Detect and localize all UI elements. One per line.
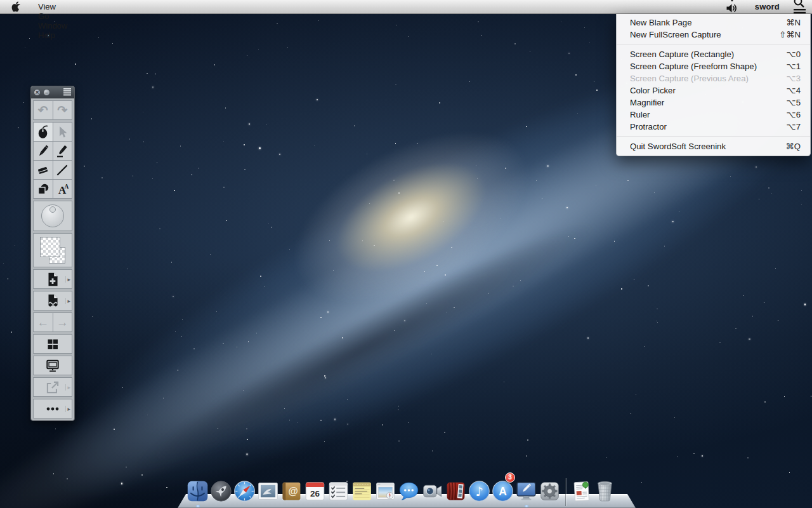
star: [247, 55, 247, 56]
star: [133, 175, 134, 177]
capture-page-tool-button[interactable]: ▸: [34, 291, 72, 310]
star: [527, 455, 528, 457]
volume-menu-extra-icon[interactable]: [720, 3, 747, 14]
capture-page-icon: [44, 293, 61, 309]
new-page-tool-button[interactable]: ▸: [34, 270, 72, 288]
dock-calendar-icon[interactable]: 26: [303, 474, 327, 504]
dock-itunes-icon[interactable]: ♪: [468, 474, 491, 504]
star: [444, 432, 445, 433]
text-tool-tool-button[interactable]: AA: [53, 180, 72, 198]
menu-item-ruler[interactable]: Ruler⌥6: [617, 109, 810, 121]
mouse-tool-tool-button[interactable]: [34, 123, 53, 141]
star: [15, 245, 15, 246]
dock-contacts-icon[interactable]: @: [280, 474, 303, 504]
page-prev-icon: ←: [37, 316, 49, 328]
menu-item-shortcut: ⌥1: [786, 62, 801, 71]
color-knob-tool-button[interactable]: [34, 201, 72, 231]
menu-bar: FinderFileEditViewGoWindowHelp sword: [0, 0, 812, 14]
dock-trash-icon[interactable]: [593, 474, 617, 504]
menu-view[interactable]: View: [31, 2, 74, 11]
dock-messages-icon[interactable]: [397, 474, 421, 504]
star: [25, 47, 25, 48]
more-ellipsis-flyout-arrow[interactable]: ▸: [65, 406, 70, 412]
dock-facetime-icon[interactable]: [421, 474, 444, 504]
menu-go[interactable]: Go: [31, 11, 74, 21]
tool-palette[interactable]: ✕– ↶↷AA▸▸←→▸▸: [30, 86, 75, 421]
menu-item-protractor[interactable]: Protractor⌥7: [617, 121, 810, 133]
dock-screenink-icon[interactable]: [514, 474, 538, 504]
menu-help[interactable]: Help: [31, 30, 74, 40]
star: [277, 23, 277, 23]
eraser-tool-tool-button[interactable]: [34, 161, 53, 179]
menu-item-new-fullscreen-capture[interactable]: New FullScreen Capture⇧⌘N: [617, 29, 810, 41]
palette-titlebar[interactable]: ✕–: [31, 86, 74, 98]
star: [478, 22, 479, 23]
close-window-button[interactable]: ✕: [34, 89, 41, 96]
menu-window[interactable]: Window: [31, 21, 74, 30]
palette-group: [33, 334, 72, 354]
menu-item-new-blank-page[interactable]: New Blank Page⌘N: [617, 17, 810, 29]
share-icon: [44, 379, 61, 396]
star: [536, 180, 537, 181]
dock-sysprefs-icon[interactable]: [538, 474, 561, 504]
dock-appstore-icon[interactable]: A3: [491, 474, 514, 504]
shapes-tool-tool-button[interactable]: [34, 180, 53, 198]
star: [398, 441, 399, 441]
page-next-icon: →: [56, 316, 69, 328]
username-menu[interactable]: sword: [747, 2, 787, 11]
dock-maps-icon[interactable]: [374, 474, 397, 504]
star: [778, 320, 778, 321]
more-ellipsis-tool-button[interactable]: ▸: [34, 399, 72, 418]
dock-notes-icon[interactable]: [350, 474, 374, 504]
marker-tool-tool-button[interactable]: [53, 142, 72, 160]
menu-item-color-picker[interactable]: Color Picker⌥4: [617, 84, 810, 97]
star: [393, 180, 395, 181]
menu-item-screen-capture-freeform-shape[interactable]: Screen Capture (Freeform Shape)⌥1: [617, 60, 810, 72]
undo-icon: ↶: [38, 104, 48, 116]
minimize-window-button[interactable]: –: [43, 89, 50, 96]
dock-reminders-icon[interactable]: [327, 474, 350, 504]
apple-menu[interactable]: [0, 0, 31, 13]
menu-item-label: Color Picker: [630, 86, 676, 95]
share-tool-button: ▸: [34, 378, 72, 396]
star: [596, 90, 598, 91]
capture-page-flyout-arrow[interactable]: ▸: [65, 298, 70, 304]
dock-photobooth-icon[interactable]: [444, 474, 468, 504]
monitor-tool-button[interactable]: [34, 356, 72, 375]
dock-finder-icon[interactable]: [186, 474, 209, 504]
pages-grid-tool-button[interactable]: [34, 335, 72, 353]
menu-item-label: Quit SwordSoft Screenink: [630, 142, 726, 151]
star: [566, 207, 568, 208]
menu-item-magnifier[interactable]: Magnifier⌥5: [617, 97, 810, 109]
menu-item-shortcut: ⇧⌘N: [779, 30, 801, 39]
menu-item-quit-swordsoft-screenink[interactable]: Quit SwordSoft Screenink⌘Q: [617, 140, 810, 152]
background-checker-tool-button[interactable]: [34, 234, 72, 267]
share-flyout-arrow[interactable]: ▸: [65, 384, 70, 391]
dock-mail-icon[interactable]: [256, 474, 280, 504]
dock-document-icon[interactable]: [570, 474, 593, 504]
line-tool-tool-button[interactable]: [53, 161, 72, 179]
dock-safari-icon[interactable]: [233, 474, 256, 504]
menu-separator: [617, 136, 810, 137]
spotlight-menu-extra-icon[interactable]: [787, 0, 812, 8]
list-menu-icon[interactable]: [63, 87, 72, 98]
pencil-tool-tool-button[interactable]: [34, 142, 53, 160]
star: [174, 190, 175, 191]
star: [561, 22, 561, 22]
star: [804, 304, 806, 305]
star: [383, 424, 383, 425]
eraser-tool-icon: [36, 163, 51, 178]
star: [577, 113, 578, 114]
star: [272, 227, 272, 227]
star: [181, 336, 182, 337]
star: [279, 154, 280, 155]
star: [771, 193, 772, 194]
dock-launchpad-icon[interactable]: [209, 474, 233, 504]
star: [505, 168, 506, 169]
menu-item-screen-capture-rectangle[interactable]: Screen Capture (Rectangle)⌥0: [617, 48, 810, 60]
star: [657, 309, 657, 309]
new-page-flyout-arrow[interactable]: ▸: [65, 276, 70, 283]
star: [587, 337, 589, 338]
menu-separator: [617, 44, 810, 44]
star: [289, 420, 290, 420]
